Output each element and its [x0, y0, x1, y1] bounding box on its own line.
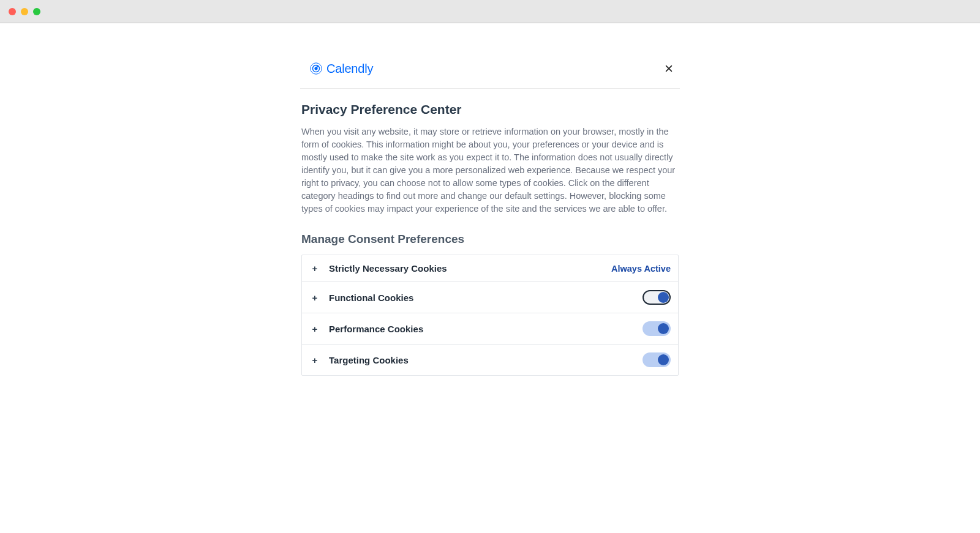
- category-label: Performance Cookies: [329, 324, 423, 334]
- category-label: Functional Cookies: [329, 293, 413, 303]
- modal-description: When you visit any website, it may store…: [301, 125, 679, 215]
- expand-icon[interactable]: +: [311, 263, 319, 274]
- expand-icon[interactable]: +: [311, 324, 319, 334]
- modal-body: Privacy Preference Center When you visit…: [300, 89, 680, 381]
- category-label: Targeting Cookies: [329, 355, 409, 365]
- brand-name: Calendly: [326, 62, 373, 76]
- performance-cookies-toggle[interactable]: [643, 321, 671, 336]
- window-close-dot[interactable]: [9, 8, 16, 15]
- cookie-category-targeting: + Targeting Cookies: [302, 345, 678, 375]
- functional-cookies-toggle[interactable]: [643, 290, 671, 305]
- close-icon: [665, 64, 673, 73]
- cookie-category-functional: + Functional Cookies: [302, 282, 678, 313]
- window-titlebar: [0, 0, 980, 23]
- privacy-preference-modal: Calendly Privacy Preference Center When …: [300, 55, 680, 381]
- calendly-logo-icon: [310, 62, 322, 75]
- expand-icon[interactable]: +: [311, 293, 319, 303]
- modal-header: Calendly: [300, 55, 680, 89]
- targeting-cookies-toggle[interactable]: [643, 352, 671, 367]
- cookie-category-strictly-necessary: + Strictly Necessary Cookies Always Acti…: [302, 255, 678, 282]
- window-maximize-dot[interactable]: [33, 8, 40, 15]
- brand-logo: Calendly: [310, 62, 373, 76]
- window-minimize-dot[interactable]: [21, 8, 28, 15]
- modal-title: Privacy Preference Center: [301, 102, 679, 117]
- cookie-category-performance: + Performance Cookies: [302, 313, 678, 345]
- manage-consent-heading: Manage Consent Preferences: [301, 233, 679, 246]
- category-label: Strictly Necessary Cookies: [329, 263, 447, 274]
- close-button[interactable]: [660, 60, 677, 77]
- always-active-label: Always Active: [611, 264, 671, 274]
- cookie-category-list: + Strictly Necessary Cookies Always Acti…: [301, 255, 679, 376]
- expand-icon[interactable]: +: [311, 355, 319, 365]
